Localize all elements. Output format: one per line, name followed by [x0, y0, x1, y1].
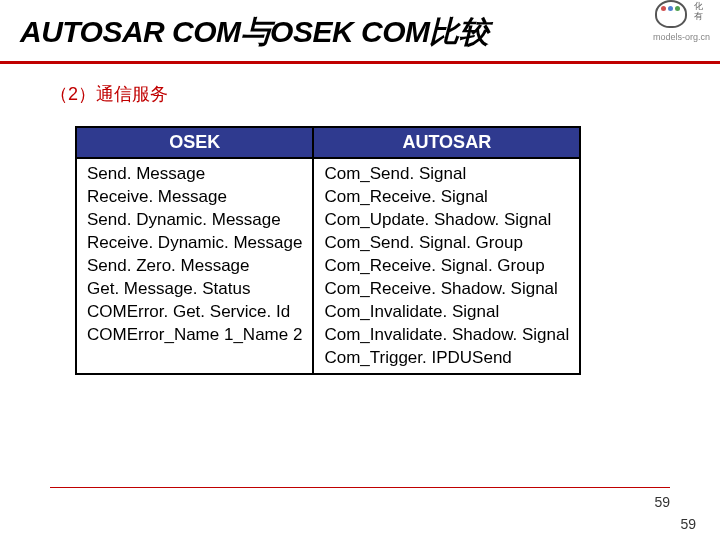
- autosar-api-item: Com_Update. Shadow. Signal: [324, 209, 569, 232]
- autosar-cell: Com_Send. SignalCom_Receive. SignalCom_U…: [313, 158, 580, 374]
- autosar-api-item: Com_Receive. Signal. Group: [324, 255, 569, 278]
- page-number-inner: 59: [654, 494, 670, 510]
- autosar-api-item: Com_Invalidate. Shadow. Signal: [324, 324, 569, 347]
- osek-api-item: COMError_Name 1_Name 2: [87, 324, 302, 347]
- logo-area: 化 有 models-org.cn: [653, 0, 710, 42]
- autosar-api-item: Com_Send. Signal. Group: [324, 232, 569, 255]
- table-header-osek: OSEK: [76, 127, 313, 158]
- page-title: AUTOSAR COM与OSEK COM比较: [20, 12, 700, 53]
- osek-api-item: Get. Message. Status: [87, 278, 302, 301]
- autosar-api-item: Com_Send. Signal: [324, 163, 569, 186]
- footer-divider: [50, 487, 670, 488]
- osek-api-item: Send. Message: [87, 163, 302, 186]
- page-number-outer: 59: [680, 516, 696, 532]
- osek-cell: Send. MessageReceive. MessageSend. Dynam…: [76, 158, 313, 374]
- header: AUTOSAR COM与OSEK COM比较: [0, 0, 720, 64]
- autosar-api-item: Com_Receive. Signal: [324, 186, 569, 209]
- autosar-api-item: Com_Receive. Shadow. Signal: [324, 278, 569, 301]
- autosar-api-item: Com_Trigger. IPDUSend: [324, 347, 569, 370]
- osek-api-item: Send. Zero. Message: [87, 255, 302, 278]
- table-header-autosar: AUTOSAR: [313, 127, 580, 158]
- osek-api-item: COMError. Get. Service. Id: [87, 301, 302, 324]
- comparison-table-container: OSEK AUTOSAR Send. MessageReceive. Messa…: [75, 126, 645, 375]
- osek-api-item: Send. Dynamic. Message: [87, 209, 302, 232]
- osek-api-item: Receive. Message: [87, 186, 302, 209]
- autosar-api-item: Com_Invalidate. Signal: [324, 301, 569, 324]
- osek-api-item: Receive. Dynamic. Message: [87, 232, 302, 255]
- logo-url-text: models-org.cn: [653, 32, 710, 42]
- comparison-table: OSEK AUTOSAR Send. MessageReceive. Messa…: [75, 126, 581, 375]
- section-subtitle: （2）通信服务: [0, 64, 720, 126]
- table-row: Send. MessageReceive. MessageSend. Dynam…: [76, 158, 580, 374]
- logo-chinese-chars: 化 有: [694, 2, 703, 22]
- brain-logo-icon: 化 有: [653, 0, 689, 30]
